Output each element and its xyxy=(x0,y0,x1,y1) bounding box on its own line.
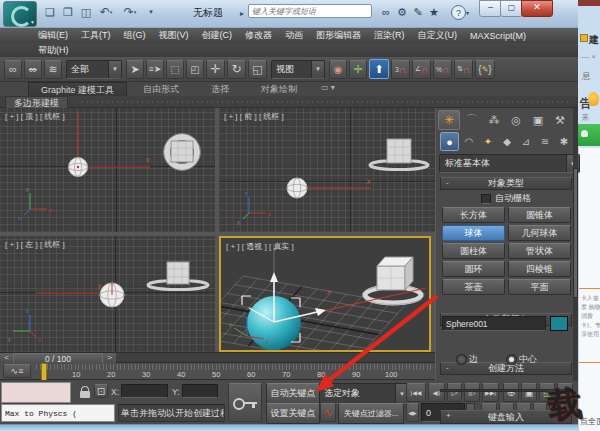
menu-edit[interactable]: 编辑(E) xyxy=(38,29,68,42)
open-file-icon[interactable]: ❐ xyxy=(60,4,76,20)
viewport-front-label[interactable]: [ + ] [ 前 ] [ 线框 ] xyxy=(224,111,284,122)
primitive-category-dropdown[interactable]: 标准基本体▼ xyxy=(439,154,580,173)
select-by-name-icon[interactable]: ≡➤ xyxy=(146,60,164,79)
viewport-top[interactable]: x yxz [ + ] xyxy=(0,108,215,232)
geometry-category-icon[interactable]: ● xyxy=(440,132,459,151)
menu-create[interactable]: 创建(C) xyxy=(202,29,233,42)
viewport-perspective-label[interactable]: [ + ] [ 透视 ] [ 真实 ] xyxy=(226,241,294,252)
background-close-icon[interactable]: — × xyxy=(581,52,596,61)
play-button[interactable]: ▷ xyxy=(447,383,462,402)
menu-animation[interactable]: 动画 xyxy=(285,29,303,42)
menu-modifiers[interactable]: 修改器 xyxy=(245,29,272,42)
lock-selection-icon[interactable] xyxy=(80,386,90,398)
time-slider-track[interactable]: < 0 / 100 > xyxy=(0,352,435,363)
help-icon[interactable]: ? xyxy=(451,5,466,20)
set-key-button[interactable]: 设置关键点 xyxy=(266,403,320,424)
primitive-teapot-button[interactable]: 茶壶 xyxy=(442,279,505,295)
primitive-box-button[interactable]: 长方体 xyxy=(442,207,505,223)
menu-maxscript[interactable]: MAXScript(M) xyxy=(470,31,526,41)
primitive-pyramid-button[interactable]: 四棱锥 xyxy=(508,261,571,277)
reference-coordinate-dropdown[interactable]: 视图▼ xyxy=(271,60,325,79)
new-file-icon[interactable]: ❏ xyxy=(42,4,58,20)
maximize-button[interactable]: ▢ xyxy=(500,0,523,17)
menu-rendering[interactable]: 渲染(R) xyxy=(374,29,405,42)
tab-object-paint[interactable]: 对象绘制 xyxy=(245,82,313,96)
center-radio[interactable] xyxy=(506,354,517,365)
viewport-perspective[interactable]: x zxy [ + ] [ 透视 ] [ 真 xyxy=(219,236,431,352)
go-to-start-button[interactable]: |◀◀ xyxy=(406,383,426,402)
named-selection-sets-icon[interactable]: {✎} xyxy=(475,60,495,79)
tab-selection[interactable]: 选择 xyxy=(195,82,245,96)
primitive-cylinder-button[interactable]: 圆柱体 xyxy=(442,243,505,259)
help-dropdown-arrow-icon[interactable]: ▾ xyxy=(466,9,469,16)
hierarchy-tab-icon[interactable]: ⁂ xyxy=(484,110,504,130)
pencil-icon[interactable]: ✎ xyxy=(411,5,425,19)
primitive-tube-button[interactable]: 管状体 xyxy=(508,243,571,259)
absolute-offset-toggle-icon[interactable]: ⊡ xyxy=(94,384,108,398)
shapes-category-icon[interactable]: ◠ xyxy=(460,132,478,151)
search-input[interactable] xyxy=(248,4,372,18)
go-to-end-button[interactable]: ▶▶| xyxy=(482,383,499,402)
select-and-move-icon[interactable]: ✛ xyxy=(206,60,225,79)
menu-help[interactable]: 帮助(H) xyxy=(38,44,69,57)
select-and-link-icon[interactable]: ∞ xyxy=(4,60,22,79)
unlink-selection-icon[interactable]: ∞ xyxy=(24,60,42,79)
menu-graph-editors[interactable]: 图形编辑器 xyxy=(316,29,361,42)
primitive-geosphere-button[interactable]: 几何球体 xyxy=(508,225,571,241)
spacewarps-category-icon[interactable]: ≋ xyxy=(536,132,554,151)
track-bar[interactable]: ∿≡ 10 20 30 40 50 60 70 80 90 100 xyxy=(0,363,435,380)
snap-toggle-3d-icon[interactable]: 3∩ xyxy=(391,60,410,79)
selection-filter-dropdown[interactable]: 全部▼ xyxy=(66,60,122,79)
minimize-button[interactable]: – xyxy=(479,0,502,17)
angle-snap-icon[interactable]: ∠∩ xyxy=(412,60,431,79)
primitive-sphere-button[interactable]: 球体 xyxy=(442,225,505,241)
edge-radio[interactable] xyxy=(456,354,467,365)
cameras-category-icon[interactable]: ◆ xyxy=(498,132,516,151)
primitive-cone-button[interactable]: 圆锥体 xyxy=(508,207,571,223)
primitive-torus-button[interactable]: 圆环 xyxy=(442,261,505,277)
select-and-rotate-icon[interactable]: ↻ xyxy=(227,60,246,79)
object-color-swatch[interactable] xyxy=(550,316,568,331)
next-frame-button[interactable]: ||▷ xyxy=(464,383,480,402)
create-tab-icon[interactable]: ✳ xyxy=(438,110,460,130)
menu-views[interactable]: 视图(V) xyxy=(159,29,189,42)
autogrid-checkbox[interactable] xyxy=(481,194,491,204)
lights-category-icon[interactable]: ✦ xyxy=(479,132,497,151)
window-crossing-icon[interactable]: ◰ xyxy=(186,60,204,79)
maxscript-mini-listener[interactable] xyxy=(1,382,71,403)
wrench-icon[interactable]: ⚙ xyxy=(395,5,409,19)
scrollbar-thumb[interactable] xyxy=(573,168,578,298)
utilities-tab-icon[interactable]: ⚒ xyxy=(550,110,570,130)
current-frame-marker[interactable] xyxy=(41,363,47,381)
edge-radio-label[interactable]: 边 xyxy=(469,353,478,366)
auto-key-button[interactable]: 自动关键点 xyxy=(266,383,320,404)
use-pivot-center-icon[interactable]: ◉ xyxy=(329,60,347,79)
maxscript-listener-line[interactable]: Max to Physcs ( xyxy=(1,404,115,422)
new-key-curve-icon[interactable]: ∿ xyxy=(320,403,336,422)
search-expand-icon[interactable]: ▸ xyxy=(237,6,247,20)
app-logo[interactable]: ▼ xyxy=(3,1,37,27)
search-binoculars-icon[interactable]: ∞ xyxy=(379,5,393,19)
rectangular-selection-region-icon[interactable]: ⬚ xyxy=(166,60,184,79)
zoom-button[interactable]: ⊕ xyxy=(503,383,519,402)
viewport-top-label[interactable]: [ + ] [ 顶 ] [ 线框 ] xyxy=(5,111,65,122)
tab-graphite[interactable]: Graphite 建模工具 xyxy=(28,82,127,96)
quick-access-options-icon[interactable]: ▾ xyxy=(145,6,157,18)
tab-freeform[interactable]: 自由形式 xyxy=(127,82,195,96)
modify-tab-icon[interactable]: ⌒ xyxy=(462,110,482,130)
helpers-category-icon[interactable]: ⊿ xyxy=(517,132,535,151)
key-filters-button[interactable]: 关键点过滤器... xyxy=(338,403,404,424)
display-tab-icon[interactable]: ▣ xyxy=(528,110,548,130)
previous-frame-button[interactable]: ◀|| xyxy=(428,383,445,402)
bind-to-spacewarp-icon[interactable]: ≋ xyxy=(44,60,62,79)
set-keys-key-button[interactable] xyxy=(228,383,262,422)
selection-set-dropdown[interactable]: 选定对象▼ xyxy=(319,383,409,404)
menu-tools[interactable]: 工具(T) xyxy=(81,29,111,42)
viewport-front[interactable]: x zxy [ + ] [ 前 ] [ 线框 ] xyxy=(219,108,435,232)
primitive-plane-button[interactable]: 平面 xyxy=(508,279,571,295)
panel-scrollbar[interactable] xyxy=(573,108,578,381)
redo-icon[interactable]: ↷▾ xyxy=(120,4,140,20)
key-mode-toggle-button[interactable]: ◀▶ xyxy=(406,403,419,422)
save-file-icon[interactable]: ◫ xyxy=(78,4,94,20)
object-type-rollout[interactable]: - 对象类型 xyxy=(440,177,572,190)
